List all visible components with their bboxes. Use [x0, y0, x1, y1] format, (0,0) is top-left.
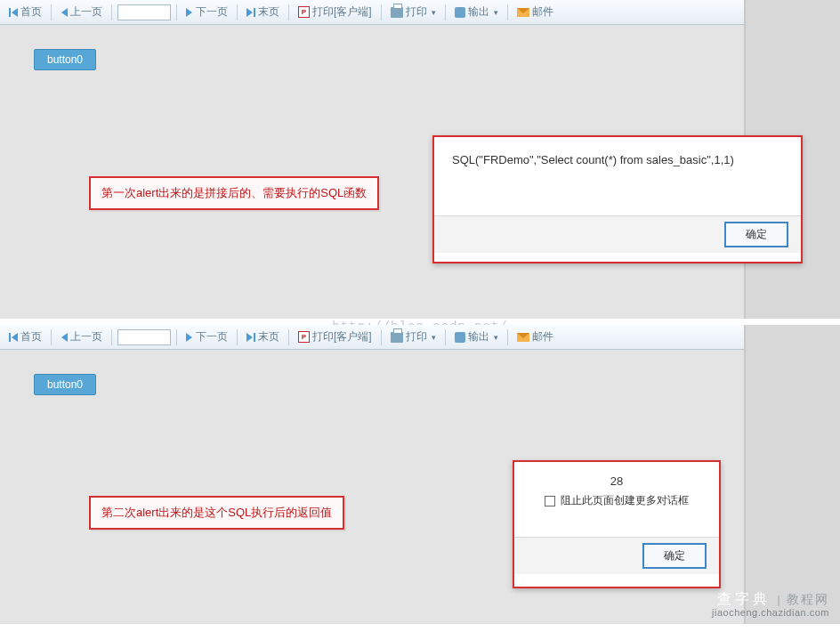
- print-button[interactable]: 打印 ▾: [387, 328, 440, 347]
- alert-body: SQL("FRDemo","Select count(*) from sales…: [434, 137, 801, 215]
- alert-footer: 确定: [434, 215, 801, 253]
- page-number-input[interactable]: [117, 4, 171, 20]
- button0[interactable]: button0: [34, 49, 96, 70]
- export-icon: [455, 332, 465, 343]
- next-page-icon: [186, 8, 193, 17]
- chevron-down-icon: ▾: [432, 333, 436, 342]
- toolbar-separator: [111, 329, 112, 345]
- alert-message: SQL("FRDemo","Select count(*) from sales…: [452, 153, 734, 166]
- annotation-callout-2: 第二次alert出来的是这个SQL执行后的返回值: [89, 496, 344, 530]
- print-client-label: 打印[客户端]: [312, 329, 372, 344]
- mail-label: 邮件: [532, 4, 553, 20]
- suppress-checkbox[interactable]: [545, 496, 555, 506]
- annotation-callout-1: 第一次alert出来的是拼接后的、需要执行的SQL函数: [89, 176, 379, 210]
- toolbar-separator: [507, 329, 508, 345]
- chevron-down-icon: ▾: [432, 8, 436, 17]
- toolbar-separator: [51, 4, 52, 20]
- last-page-label: 末页: [258, 329, 279, 344]
- next-page-button[interactable]: 下一页: [182, 3, 231, 22]
- first-page-icon: [9, 333, 18, 342]
- prev-page-button[interactable]: 上一页: [57, 328, 106, 347]
- mail-button[interactable]: 邮件: [513, 3, 557, 22]
- export-button[interactable]: 输出 ▾: [451, 328, 502, 347]
- print-button[interactable]: 打印 ▾: [387, 3, 440, 22]
- suppress-row: 阻止此页面创建更多对话框: [523, 493, 710, 508]
- next-page-button[interactable]: 下一页: [182, 328, 231, 347]
- first-page-icon: [9, 8, 18, 17]
- suppress-label: 阻止此页面创建更多对话框: [561, 493, 689, 508]
- printer-icon: [391, 7, 403, 18]
- toolbar-separator: [381, 329, 382, 345]
- ok-button[interactable]: 确定: [724, 222, 788, 247]
- next-page-icon: [186, 333, 193, 342]
- callout-text: 第一次alert出来的是拼接后的、需要执行的SQL函数: [101, 186, 367, 199]
- print-client-label: 打印[客户端]: [312, 4, 372, 20]
- toolbar-separator: [176, 329, 177, 345]
- pdf-icon: P: [298, 6, 310, 18]
- alert-dialog-2: 28 阻止此页面创建更多对话框 确定: [513, 460, 721, 588]
- last-page-icon: [246, 333, 255, 342]
- chevron-down-icon: ▾: [494, 333, 498, 342]
- toolbar-separator: [176, 4, 177, 20]
- app-window-1: 首页 上一页 下一页 末页 P 打印[客户端]: [0, 0, 746, 319]
- mail-button[interactable]: 邮件: [513, 328, 557, 347]
- toolbar-separator: [445, 4, 446, 20]
- last-page-button[interactable]: 末页: [243, 328, 283, 347]
- first-page-label: 首页: [20, 4, 42, 20]
- prev-page-icon: [61, 8, 68, 17]
- ok-button[interactable]: 确定: [642, 543, 707, 569]
- alert-body: 28 阻止此页面创建更多对话框: [514, 462, 719, 537]
- toolbar-separator: [111, 4, 112, 20]
- screenshot-panel-2: 首页 上一页 下一页 末页 P 打印[客户端]: [0, 325, 840, 624]
- toolbar-separator: [51, 329, 52, 345]
- screenshot-panel-1: 首页 上一页 下一页 末页 P 打印[客户端]: [0, 0, 840, 319]
- mail-label: 邮件: [532, 329, 553, 344]
- print-client-button[interactable]: P 打印[客户端]: [295, 3, 376, 22]
- toolbar-separator: [237, 4, 238, 20]
- toolbar-separator: [507, 4, 508, 20]
- print-client-button[interactable]: P 打印[客户端]: [295, 328, 376, 347]
- export-label: 输出: [468, 4, 489, 20]
- first-page-button[interactable]: 首页: [5, 328, 45, 347]
- next-page-label: 下一页: [196, 4, 228, 20]
- toolbar: 首页 上一页 下一页 末页 P 打印[客户端]: [0, 325, 744, 350]
- alert-value: 28: [523, 474, 710, 488]
- export-icon: [455, 7, 465, 18]
- button0[interactable]: button0: [34, 374, 96, 395]
- prev-page-label: 上一页: [70, 329, 102, 344]
- app-window-2: 首页 上一页 下一页 末页 P 打印[客户端]: [0, 325, 746, 624]
- toolbar-separator: [445, 329, 446, 345]
- printer-icon: [391, 332, 403, 343]
- toolbar-separator: [288, 4, 289, 20]
- prev-page-label: 上一页: [70, 4, 102, 20]
- prev-page-button[interactable]: 上一页: [57, 3, 106, 22]
- prev-page-icon: [61, 333, 68, 342]
- last-page-button[interactable]: 末页: [243, 3, 283, 22]
- last-page-label: 末页: [258, 4, 279, 20]
- page-number-input[interactable]: [117, 329, 171, 345]
- next-page-label: 下一页: [196, 329, 228, 344]
- last-page-icon: [246, 8, 255, 17]
- brand-sep: |: [778, 594, 780, 606]
- export-label: 输出: [468, 329, 489, 344]
- export-button[interactable]: 输出 ▾: [451, 3, 502, 22]
- mail-icon: [517, 8, 529, 17]
- toolbar-separator: [288, 329, 289, 345]
- toolbar-separator: [237, 329, 238, 345]
- toolbar: 首页 上一页 下一页 末页 P 打印[客户端]: [0, 0, 744, 25]
- print-label: 打印: [406, 329, 427, 344]
- callout-text: 第二次alert出来的是这个SQL执行后的返回值: [101, 506, 332, 519]
- print-label: 打印: [406, 4, 427, 20]
- toolbar-separator: [381, 4, 382, 20]
- alert-footer: 确定: [514, 537, 719, 574]
- mail-icon: [517, 333, 529, 342]
- alert-dialog-1: SQL("FRDemo","Select count(*) from sales…: [432, 135, 803, 263]
- first-page-button[interactable]: 首页: [5, 3, 45, 22]
- chevron-down-icon: ▾: [494, 8, 498, 17]
- pdf-icon: P: [298, 331, 310, 343]
- first-page-label: 首页: [20, 329, 42, 344]
- brand-sub: 教程网: [787, 592, 829, 606]
